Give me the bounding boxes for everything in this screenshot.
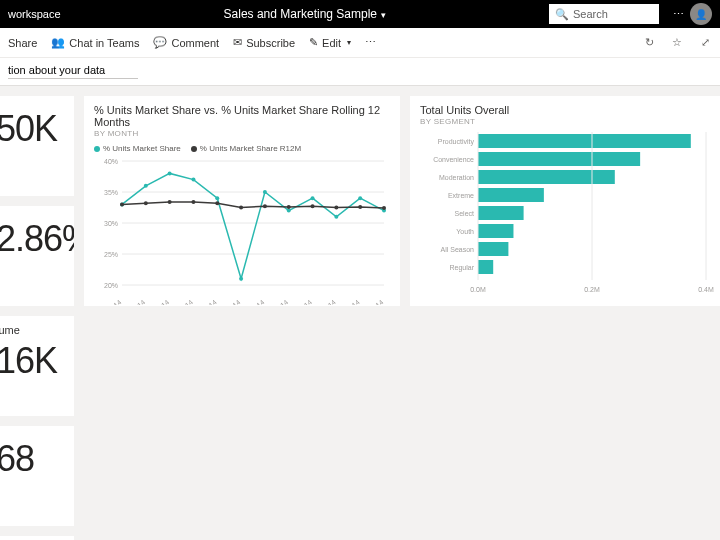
more-options[interactable]: ⋯ [365,36,376,49]
qa-bar [0,58,720,86]
svg-text:Productivity: Productivity [438,138,475,146]
svg-text:Aug-14: Aug-14 [268,298,291,305]
kpi-tile-5[interactable]: ap [0,536,74,540]
svg-text:0.0M: 0.0M [470,286,486,293]
workspace-label[interactable]: workspace [8,8,61,20]
mail-icon: ✉ [233,36,242,49]
svg-text:Nov-14: Nov-14 [339,298,361,305]
svg-point-31 [334,206,338,210]
pencil-icon: ✎ [309,36,318,49]
svg-text:Moderation: Moderation [439,174,474,181]
svg-point-30 [311,204,315,208]
svg-point-14 [215,196,219,200]
report-title-dropdown[interactable]: Sales and Marketing Sample▾ [61,7,549,21]
kpi-tile-1[interactable]: 50K [0,96,74,196]
search-box[interactable]: 🔍 Search [549,4,659,24]
kpi-value: 2.86% [0,218,64,260]
svg-point-32 [358,205,362,209]
chart-legend: % Units Market Share % Units Market Shar… [94,144,390,153]
person-icon: 👤 [695,9,707,20]
dashboard-grid: 50K 2.86% lume 16K 68 ap % Units Market … [0,86,720,540]
svg-text:May-14: May-14 [196,298,219,305]
svg-text:Feb-14: Feb-14 [125,298,147,305]
svg-point-28 [263,204,267,208]
qa-input[interactable] [8,64,138,79]
tile-subtitle: BY MONTH [94,129,390,138]
refresh-icon[interactable]: ↻ [642,36,656,49]
svg-text:0.4M: 0.4M [698,286,714,293]
marketshare-tile[interactable]: % Units Market Share vs. % Units Market … [84,96,400,306]
svg-rect-48 [478,152,640,166]
fullscreen-icon[interactable]: ⤢ [698,36,712,49]
svg-rect-52 [478,188,544,202]
svg-point-17 [287,209,291,213]
favorite-icon[interactable]: ☆ [670,36,684,49]
share-button[interactable]: Share [8,37,37,49]
svg-text:30%: 30% [104,220,118,227]
svg-point-18 [311,196,315,200]
svg-point-33 [382,206,386,210]
teams-icon: 👥 [51,36,65,49]
more-icon[interactable]: ⋯ [673,8,684,21]
line-chart: 20%25%30%35%40%Jan-14Feb-14Mar-14Apr-14M… [94,155,390,305]
svg-text:20%: 20% [104,282,118,289]
svg-text:25%: 25% [104,251,118,258]
svg-point-27 [239,206,243,210]
svg-point-12 [168,171,172,175]
svg-text:Mar-14: Mar-14 [149,298,171,305]
svg-rect-58 [478,242,508,256]
kpi-tile-2[interactable]: 2.86% [0,206,74,306]
svg-point-25 [191,200,195,204]
comment-icon: 💬 [153,36,167,49]
kpi-title: lume [0,324,64,336]
command-bar: Share 👥Chat in Teams 💬Comment ✉Subscribe… [0,28,720,58]
kpi-tile-3[interactable]: lume 16K [0,316,74,416]
svg-rect-54 [478,206,524,220]
svg-text:Extreme: Extreme [448,192,474,199]
search-icon: 🔍 [555,8,569,21]
svg-text:Oct-14: Oct-14 [316,298,337,305]
svg-text:Regular: Regular [449,264,474,272]
svg-point-26 [215,201,219,205]
svg-point-19 [334,215,338,219]
top-bar: workspace Sales and Marketing Sample▾ 🔍 … [0,0,720,28]
edit-button[interactable]: ✎Edit▾ [309,36,351,49]
avatar[interactable]: 👤 [690,3,712,25]
svg-point-22 [120,202,124,206]
chevron-down-icon: ▾ [347,38,351,47]
svg-text:Jan-14: Jan-14 [102,298,123,305]
svg-text:All Season: All Season [441,246,475,253]
svg-point-23 [144,201,148,205]
kpi-tile-4[interactable]: 68 [0,426,74,526]
svg-text:Apr-14: Apr-14 [173,298,194,305]
kpi-value: 50K [0,108,64,150]
overall-tile[interactable]: Total Units Overall BY SEGMENT Productiv… [410,96,720,306]
svg-text:Youth: Youth [456,228,474,235]
svg-text:Convenience: Convenience [433,156,474,163]
report-title: Sales and Marketing Sample [224,7,377,21]
kpi-value: 68 [0,438,64,480]
comment-button[interactable]: 💬Comment [153,36,219,49]
svg-text:Sep-14: Sep-14 [291,298,314,305]
svg-text:Jul-14: Jul-14 [246,298,265,305]
tile-title: Total Units Overall [420,104,716,116]
svg-text:Jun-14: Jun-14 [221,298,242,305]
svg-text:Dec-14: Dec-14 [363,298,385,305]
svg-point-20 [358,196,362,200]
kpi-value: 16K [0,340,64,382]
svg-text:35%: 35% [104,189,118,196]
svg-text:0.2M: 0.2M [584,286,600,293]
subscribe-button[interactable]: ✉Subscribe [233,36,295,49]
tile-title: % Units Market Share vs. % Units Market … [94,104,390,128]
hbar-chart: ProductivityConvenienceModerationExtreme… [420,126,716,296]
tile-subtitle: BY SEGMENT [420,117,716,126]
svg-text:Select: Select [455,210,475,217]
svg-rect-50 [478,170,615,184]
chevron-down-icon: ▾ [381,10,386,20]
svg-point-13 [191,178,195,182]
chat-teams-button[interactable]: 👥Chat in Teams [51,36,139,49]
svg-point-16 [263,190,267,194]
svg-rect-60 [478,260,493,274]
svg-point-15 [239,277,243,281]
svg-point-11 [144,184,148,188]
